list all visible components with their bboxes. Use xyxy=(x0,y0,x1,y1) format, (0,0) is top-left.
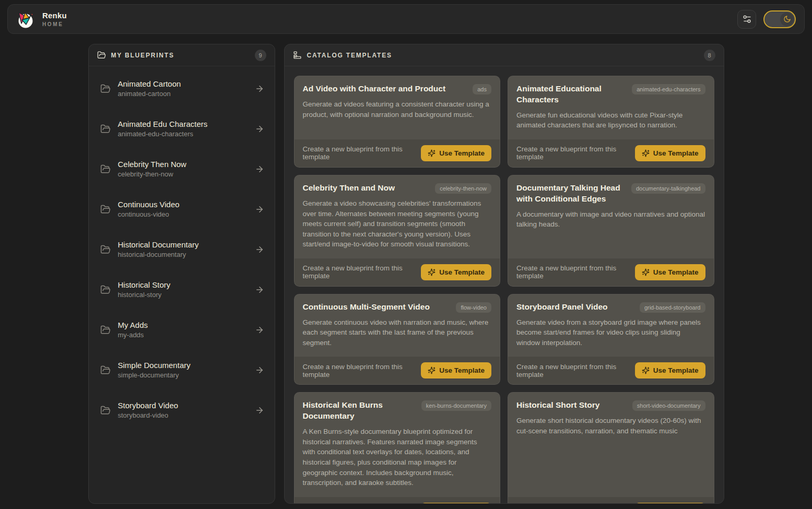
moon-icon xyxy=(783,15,791,23)
theme-toggle-knob xyxy=(780,13,794,26)
template-footer-text: Create a new blueprint from this templat… xyxy=(516,363,629,378)
template-footer-text: Create a new blueprint from this templat… xyxy=(303,145,415,161)
template-card: Documentary Talking Head with Conditiona… xyxy=(508,175,714,287)
theme-toggle[interactable] xyxy=(763,10,796,28)
use-template-button[interactable]: Use Template xyxy=(421,145,491,161)
app-subtitle: HOME xyxy=(42,21,67,27)
folder-open-icon xyxy=(100,84,111,94)
my-blueprints-panel: MY BLUEPRINTS 9 Animated Cartoon animate… xyxy=(88,44,275,504)
blueprint-text: Celebrity Then Now celebrity-then-now xyxy=(118,160,248,178)
blueprint-title: My Adds xyxy=(118,321,248,329)
blueprint-item[interactable]: Storyboard Video storyboard-video xyxy=(89,395,275,425)
template-card-body: Documentary Talking Head with Conditiona… xyxy=(508,175,714,258)
arrow-right-icon xyxy=(255,205,264,214)
template-card-top: Historical Ken Burns Documentary ken-bur… xyxy=(303,400,492,422)
arrow-right-icon xyxy=(255,84,264,93)
blueprint-item[interactable]: Historical Story historical-story xyxy=(89,275,275,304)
top-bar: Renku HOME xyxy=(7,4,805,34)
template-title: Continuous Multi-Segment Video xyxy=(303,302,430,313)
use-template-button[interactable]: Use Template xyxy=(421,264,491,280)
renku-logo-icon xyxy=(15,9,36,30)
blueprint-item[interactable]: Celebrity Then Now celebrity-then-now xyxy=(89,154,275,184)
template-tag-badge: flow-video xyxy=(456,302,491,313)
use-template-button[interactable]: Use Template xyxy=(635,503,705,504)
arrow-right-icon xyxy=(255,325,264,335)
template-description: Generate fun educational videos with cut… xyxy=(516,110,705,131)
folder-open-icon xyxy=(100,325,111,335)
catalog-header: CATALOG TEMPLATES 8 xyxy=(285,44,724,66)
template-tag-badge: animated-edu-characters xyxy=(632,84,705,94)
folder-open-icon xyxy=(97,51,106,60)
my-blueprints-title: MY BLUEPRINTS xyxy=(111,52,174,59)
template-card-footer: Create a new blueprint from this templat… xyxy=(295,258,500,286)
sparkles-icon xyxy=(428,149,436,157)
blueprint-item[interactable]: My Adds my-adds xyxy=(89,315,275,345)
folder-open-icon xyxy=(100,365,111,375)
blueprint-title: Continuous Video xyxy=(118,200,248,209)
blueprint-title: Storyboard Video xyxy=(118,401,248,410)
template-description: A documentary with image and video narra… xyxy=(516,209,705,230)
blueprint-title: Animated Cartoon xyxy=(118,79,248,88)
folder-open-icon xyxy=(100,124,111,134)
template-description: Generate video from a storyboard grid im… xyxy=(516,317,705,348)
template-footer-text: Create a new blueprint from this templat… xyxy=(516,503,629,504)
blueprint-slug: storyboard-video xyxy=(118,411,248,419)
folder-open-icon xyxy=(100,285,111,295)
settings-button[interactable] xyxy=(737,10,756,29)
catalog-count-badge: 8 xyxy=(704,50,715,61)
template-card-footer: Create a new blueprint from this templat… xyxy=(295,356,500,384)
template-card-top: Animated Educational Characters animated… xyxy=(516,84,705,105)
template-card: Celebrity Then and Now celebrity-then-no… xyxy=(294,175,501,287)
template-card-footer: Create a new blueprint from this templat… xyxy=(508,356,714,384)
template-card: Ad Video with Character and Product ads … xyxy=(294,76,501,168)
blueprint-slug: my-adds xyxy=(118,331,248,339)
template-card-body: Ad Video with Character and Product ads … xyxy=(295,76,500,139)
blueprint-item[interactable]: Continuous Video continuous-video xyxy=(89,194,275,224)
template-card-top: Storyboard Panel Video grid-based-storyb… xyxy=(516,302,705,313)
template-card-footer: Create a new blueprint from this templat… xyxy=(295,496,500,504)
template-card-footer: Create a new blueprint from this templat… xyxy=(508,139,714,167)
blueprint-item[interactable]: Animated Edu Characters animated-edu-cha… xyxy=(89,114,275,144)
blueprint-slug: simple-documentary xyxy=(118,371,248,379)
sparkles-icon xyxy=(642,149,650,157)
sliders-icon xyxy=(742,14,752,24)
blueprint-item[interactable]: Simple Documentary simple-documentary xyxy=(89,355,275,385)
use-template-button[interactable]: Use Template xyxy=(635,362,705,378)
template-description: A Ken Burns-style documentary blueprint … xyxy=(303,427,492,488)
use-template-button[interactable]: Use Template xyxy=(635,264,705,280)
arrow-right-icon xyxy=(255,245,264,254)
template-card: Continuous Multi-Segment Video flow-vide… xyxy=(294,294,501,385)
template-title: Ad Video with Character and Product xyxy=(303,84,446,94)
blueprint-title: Animated Edu Characters xyxy=(118,120,248,128)
catalog-templates-panel: CATALOG TEMPLATES 8 Ad Video with Charac… xyxy=(284,44,724,504)
use-template-button[interactable]: Use Template xyxy=(421,362,491,378)
template-card-body: Continuous Multi-Segment Video flow-vide… xyxy=(295,294,500,357)
template-title: Celebrity Then and Now xyxy=(303,183,395,194)
template-card-body: Historical Ken Burns Documentary ken-bur… xyxy=(295,393,500,496)
blueprint-slug: continuous-video xyxy=(118,210,248,218)
blueprints-count-badge: 9 xyxy=(255,50,266,61)
blueprint-title: Celebrity Then Now xyxy=(118,160,248,169)
template-card: Storyboard Panel Video grid-based-storyb… xyxy=(508,294,714,385)
use-template-button[interactable]: Use Template xyxy=(635,145,705,161)
brand-text: Renku HOME xyxy=(42,11,67,27)
template-footer-text: Create a new blueprint from this templat… xyxy=(303,503,415,504)
template-footer-text: Create a new blueprint from this templat… xyxy=(516,145,629,161)
use-template-button[interactable]: Use Template xyxy=(421,503,491,504)
use-template-label: Use Template xyxy=(439,366,485,374)
blueprint-title: Simple Documentary xyxy=(118,361,248,370)
brand: Renku HOME xyxy=(15,9,67,30)
template-description: Generate a video showcasing celebrities'… xyxy=(303,198,492,250)
use-template-label: Use Template xyxy=(653,268,699,276)
template-tag-badge: ken-burns-documentary xyxy=(421,400,491,411)
blueprint-item[interactable]: Animated Cartoon animated-cartoon xyxy=(89,74,275,103)
template-card-top: Continuous Multi-Segment Video flow-vide… xyxy=(303,302,492,313)
layout-grid-icon xyxy=(293,51,302,60)
template-card-top: Historical Short Story short-video-docum… xyxy=(516,400,705,411)
template-card-body: Animated Educational Characters animated… xyxy=(508,76,714,139)
content-area: MY BLUEPRINTS 9 Animated Cartoon animate… xyxy=(88,44,724,504)
template-title: Documentary Talking Head with Conditiona… xyxy=(516,183,625,205)
template-tag-badge: documentary-talkinghead xyxy=(631,183,705,194)
blueprint-slug: celebrity-then-now xyxy=(118,170,248,178)
blueprint-item[interactable]: Historical Documentary historical-docume… xyxy=(89,234,275,264)
